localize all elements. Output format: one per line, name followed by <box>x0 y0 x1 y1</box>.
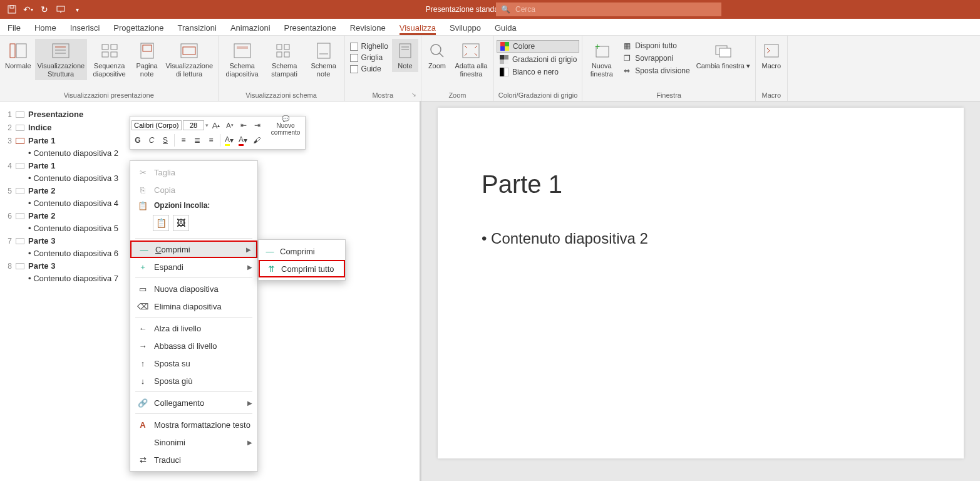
customize-qat-icon[interactable]: ▾ <box>71 4 83 15</box>
svg-rect-22 <box>277 52 282 57</box>
align-left-icon[interactable]: ≡ <box>177 133 190 147</box>
notes-page-button[interactable]: Pagina note <box>132 39 162 80</box>
ctx-move-down[interactable]: ↓Sposta giù <box>130 372 257 390</box>
sub-collapse[interactable]: —Comprimi <box>259 242 345 260</box>
paste-keep-formatting[interactable]: 📋 <box>153 215 169 231</box>
ctx-new-slide[interactable]: ▭Nuova diapositiva <box>130 280 257 297</box>
format-painter-icon[interactable]: 🖌 <box>250 133 263 147</box>
tab-revisione[interactable]: Revisione <box>350 23 386 35</box>
slide-thumb-icon <box>16 263 24 269</box>
move-split-button[interactable]: ⇔Sposta divisione <box>619 65 692 76</box>
decrease-font-icon[interactable]: A▾ <box>224 118 236 132</box>
color-button[interactable]: Colore <box>497 40 579 53</box>
show-dialog-launcher[interactable]: ↘ <box>411 91 419 99</box>
tab-progettazione[interactable]: Progettazione <box>113 23 163 35</box>
redo-icon[interactable]: ↻ <box>39 4 50 15</box>
reading-view-button[interactable]: Visualizzazione di lettura <box>163 39 215 80</box>
gridlines-checkbox[interactable]: Griglia <box>348 53 391 63</box>
ctx-demote[interactable]: →Abbassa di livello <box>130 337 257 354</box>
font-family-select[interactable]: Calibri (Corpo) <box>132 120 182 130</box>
font-size-select[interactable]: 28 <box>183 120 204 130</box>
ctx-expand[interactable]: +Espandi▶ <box>130 258 257 276</box>
handout-master-button[interactable]: Schema stampati <box>265 39 304 80</box>
slide-title[interactable]: Parte 1 <box>482 170 920 199</box>
undo-icon[interactable]: ↶▾ <box>23 4 34 15</box>
increase-indent-icon[interactable]: ⇥ <box>251 118 264 132</box>
ruler-checkbox[interactable]: Righello <box>348 41 391 51</box>
notes-button[interactable]: Note <box>392 39 418 72</box>
bold-button[interactable]: G <box>132 133 144 147</box>
demote-icon: → <box>138 341 148 351</box>
slide-canvas[interactable]: Parte 1 • Contenuto diapositiva 2 <box>438 108 964 458</box>
tab-visualizza[interactable]: Visualizza <box>400 23 436 35</box>
increase-font-icon[interactable]: A▴ <box>210 118 222 132</box>
svg-rect-46 <box>765 44 778 57</box>
slide-master-button[interactable]: Schema diapositiva <box>221 39 264 80</box>
fit-window-button[interactable]: Adatta alla finestra <box>451 39 491 80</box>
tab-sviluppo[interactable]: Sviluppo <box>450 23 481 35</box>
tab-guida[interactable]: Guida <box>495 23 517 35</box>
tab-file[interactable]: File <box>8 23 21 35</box>
save-icon[interactable] <box>6 4 18 15</box>
macros-button[interactable]: Macro <box>758 39 785 72</box>
ctx-synonyms[interactable]: Sinonimi▶ <box>130 433 257 451</box>
start-slideshow-icon[interactable] <box>55 4 66 15</box>
comment-icon: 💬 <box>282 115 289 122</box>
tab-inserisci[interactable]: Inserisci <box>70 23 100 35</box>
new-window-button[interactable]: + Nuova finestra <box>585 39 618 80</box>
cut-icon: ✂ <box>138 167 148 177</box>
ctx-collapse[interactable]: —Comprimi▶ <box>130 240 257 258</box>
group-label-show: Mostra <box>348 90 418 101</box>
ctx-promote[interactable]: ←Alza di livello <box>130 319 257 337</box>
svg-rect-2 <box>57 6 64 11</box>
ctx-translate[interactable]: ⇄Traduci <box>130 451 257 468</box>
arrange-all-button[interactable]: ▦Disponi tutto <box>619 40 692 51</box>
tab-presentazione[interactable]: Presentazione <box>284 23 336 35</box>
tab-home[interactable]: Home <box>34 23 56 35</box>
decrease-indent-icon[interactable]: ⇤ <box>237 118 250 132</box>
slide-master-icon <box>232 41 252 61</box>
search-box[interactable]: 🔍 Cerca <box>496 3 721 16</box>
paste-picture[interactable]: 🖼 <box>173 215 189 231</box>
group-label-window: Finestra <box>585 90 753 101</box>
highlight-color-button[interactable]: A▾ <box>223 133 235 147</box>
cascade-button[interactable]: ❐Sovrapponi <box>619 53 692 64</box>
italic-button[interactable]: C <box>145 133 158 147</box>
sub-collapse-all[interactable]: ⇈Comprimi tutto <box>259 260 345 277</box>
svg-rect-0 <box>8 6 16 13</box>
collapse-all-icon: ⇈ <box>266 264 276 274</box>
collapse-submenu: —Comprimi ⇈Comprimi tutto <box>258 239 346 281</box>
notes-master-button[interactable]: Schema note <box>306 39 342 80</box>
notes-master-icon <box>314 41 334 61</box>
guides-checkbox[interactable]: Guide <box>348 64 391 74</box>
svg-rect-10 <box>102 44 108 49</box>
align-right-icon[interactable]: ≡ <box>205 133 217 147</box>
slide-thumb-icon <box>16 163 24 169</box>
ctx-link[interactable]: 🔗Collegamento▶ <box>130 394 257 411</box>
underline-button[interactable]: S <box>159 133 172 147</box>
svg-rect-5 <box>16 44 26 58</box>
normal-view-button[interactable]: Normale <box>3 39 34 72</box>
zoom-button[interactable]: Zoom <box>424 39 450 72</box>
cascade-icon: ❐ <box>622 53 632 63</box>
ctx-show-formatting[interactable]: AMostra formattazione testo <box>130 416 257 433</box>
switch-window-icon <box>713 41 733 61</box>
tab-animazioni[interactable]: Animazioni <box>230 23 271 35</box>
ctx-move-up[interactable]: ↑Sposta su <box>130 354 257 372</box>
svg-rect-45 <box>720 48 731 57</box>
outline-title: Parte 2 <box>28 186 55 195</box>
slide-body[interactable]: • Contenuto diapositiva 2 <box>482 230 920 247</box>
switch-window-button[interactable]: Cambia finestra ▾ <box>694 39 753 72</box>
align-center-icon[interactable]: ≣ <box>191 133 204 147</box>
slide-sorter-button[interactable]: Sequenza diapositive <box>88 39 131 80</box>
grayscale-button[interactable]: Gradazioni di grigio <box>497 54 579 65</box>
svg-rect-20 <box>277 44 282 49</box>
outline-view-button[interactable]: Visualizzazione Struttura <box>35 39 87 80</box>
bw-button[interactable]: Bianco e nero <box>497 66 579 78</box>
group-label-color: Colori/Gradazioni di grigio <box>497 90 579 101</box>
chevron-right-icon: ▶ <box>247 400 252 406</box>
ctx-delete-slide[interactable]: ⌫Elimina diapositiva <box>130 297 257 315</box>
fit-window-icon <box>461 41 481 61</box>
tab-transizioni[interactable]: Transizioni <box>178 23 217 35</box>
font-color-button[interactable]: A▾ <box>237 133 249 147</box>
